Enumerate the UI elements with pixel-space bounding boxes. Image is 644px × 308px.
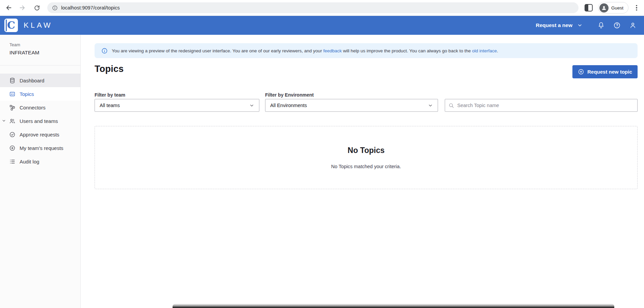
sidebar-item-label: Audit log	[20, 159, 39, 164]
chevron-down-icon	[428, 103, 433, 108]
browser-back-button[interactable]	[3, 2, 14, 14]
browser-profile-chip[interactable]: Guest	[598, 2, 628, 14]
environment-filter-value: All Environments	[270, 103, 307, 108]
info-icon	[101, 48, 108, 54]
browser-toolbar: localhost:9097/coral/topics Guest	[0, 0, 644, 16]
request-new-topic-button[interactable]: Request new topic	[572, 65, 638, 78]
help-circle-icon	[613, 22, 621, 29]
address-bar[interactable]: localhost:9097/coral/topics	[47, 2, 578, 13]
request-a-new-menu[interactable]: Request a new	[536, 22, 583, 28]
search-icon	[448, 103, 454, 108]
user-icon	[629, 22, 637, 29]
side-panel-icon[interactable]	[585, 4, 593, 11]
request-new-topic-label: Request new topic	[587, 69, 632, 75]
old-interface-link[interactable]: old interface	[472, 48, 497, 53]
reload-icon	[34, 5, 40, 11]
team-name: INFRATEAM	[9, 50, 80, 56]
forward-arrow-icon	[19, 4, 26, 11]
empty-state-title: No Topics	[347, 146, 384, 155]
bottom-dock-strip	[173, 304, 614, 308]
sidebar-item-label: Connectors	[20, 105, 46, 110]
expand-chevron-icon[interactable]	[2, 119, 6, 123]
topics-icon	[9, 91, 16, 97]
topic-search-field	[445, 99, 638, 112]
sidebar-item-dashboard[interactable]: Dashboard	[0, 74, 80, 87]
filter-by-environment-label: Filter by Environment	[265, 92, 314, 98]
environment-filter-select[interactable]: All Environments	[265, 99, 438, 112]
dashboard-icon	[9, 77, 16, 84]
empty-state: No Topics No Topics matched your criteri…	[95, 126, 638, 189]
chevron-down-icon	[249, 103, 254, 108]
sidebar-item-label: Topics	[20, 91, 34, 97]
back-arrow-icon	[5, 4, 12, 11]
sidebar-item-audit-log[interactable]: Audit log	[0, 155, 80, 168]
help-button[interactable]	[613, 21, 621, 30]
sidebar-item-label: My team's requests	[20, 145, 63, 151]
team-filter-select[interactable]: All teams	[95, 99, 259, 112]
chevron-down-icon	[577, 23, 583, 28]
sidebar-item-label: Dashboard	[20, 78, 44, 83]
sidebar-item-label: Users and teams	[20, 118, 58, 124]
audit-log-icon	[9, 158, 16, 165]
kebab-menu-icon	[636, 4, 637, 11]
app-header: C KLAW Request a new	[0, 16, 644, 35]
browser-forward-button[interactable]	[17, 2, 28, 14]
profile-name: Guest	[611, 5, 623, 10]
sidebar-item-topics[interactable]: Topics	[0, 87, 80, 101]
sidebar: Team INFRATEAM Dashboard Topics Connecto…	[0, 35, 81, 308]
filter-by-team-label: Filter by team	[95, 92, 125, 98]
empty-state-message: No Topics matched your criteria.	[331, 164, 401, 169]
page-info-icon[interactable]	[52, 5, 58, 11]
search-topic-input[interactable]	[457, 103, 634, 108]
approve-icon	[9, 131, 16, 138]
plus-circle-icon	[578, 69, 584, 75]
banner-text: You are viewing a preview of the redesig…	[112, 48, 498, 53]
page-title: Topics	[95, 64, 124, 74]
sidebar-item-my-teams-requests[interactable]: My team's requests	[0, 141, 80, 155]
sidebar-item-connectors[interactable]: Connectors	[0, 101, 80, 114]
team-filter-value: All teams	[100, 103, 120, 108]
sidebar-nav: Dashboard Topics Connectors Users and te…	[0, 74, 80, 168]
team-requests-icon	[9, 145, 16, 151]
main-content: You are viewing a preview of the redesig…	[81, 35, 644, 308]
browser-menu-button[interactable]	[633, 4, 641, 12]
feedback-link[interactable]: feedback	[323, 48, 342, 53]
sidebar-divider	[0, 65, 80, 66]
connectors-icon	[9, 104, 16, 111]
profile-button[interactable]	[628, 21, 637, 30]
sidebar-item-users-and-teams[interactable]: Users and teams	[0, 114, 80, 128]
users-icon	[9, 118, 16, 124]
brand-name[interactable]: KLAW	[24, 21, 53, 30]
bell-icon	[597, 22, 605, 29]
sidebar-item-approve-requests[interactable]: Approve requests	[0, 128, 80, 141]
browser-reload-button[interactable]	[31, 2, 43, 14]
team-label: Team	[9, 42, 80, 47]
person-icon	[601, 5, 607, 11]
avatar	[599, 3, 609, 12]
sidebar-item-label: Approve requests	[20, 132, 59, 137]
url-text: localhost:9097/coral/topics	[61, 5, 120, 10]
request-a-new-label: Request a new	[536, 22, 572, 28]
klaw-logo[interactable]: C	[4, 19, 18, 32]
preview-banner: You are viewing a preview of the redesig…	[95, 43, 638, 58]
notifications-button[interactable]	[597, 21, 606, 30]
team-block: Team INFRATEAM	[0, 35, 80, 56]
